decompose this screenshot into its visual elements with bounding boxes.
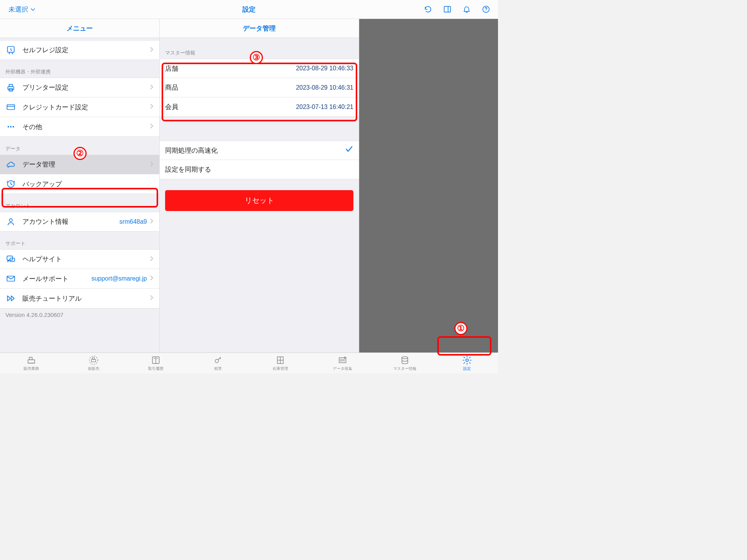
chevron-down-icon [31,7,35,12]
tab-取引履歴[interactable]: 取引履歴 [124,353,187,373]
detail-row-sync-settings[interactable]: 設定を同期する [160,160,359,179]
header-right-icons [424,5,490,14]
chevron-right-icon [150,256,154,263]
menu-row-バックアップ[interactable]: バックアップ [0,174,159,194]
menu-row-label: 販売チュートリアル [22,294,150,303]
svg-rect-18 [29,357,32,360]
menu-row-value: srm648a9 [119,218,147,225]
tab-label: 取引履歴 [148,366,164,371]
card-icon [5,102,16,112]
version-label: Version 4.26.0.230607 [0,308,159,321]
tab-販売業務[interactable]: 販売業務 [0,353,62,373]
menu-section-header: サポート [0,231,159,249]
menu-row-クレジットカード設定[interactable]: クレジットカード設定 [0,97,159,117]
menu-row-label: アカウント情報 [22,217,119,226]
tab-label: 在庫管理 [273,366,288,371]
bell-icon[interactable] [462,5,471,14]
header-title: 設定 [0,5,498,14]
header-left-label: 未選択 [9,5,28,14]
menu-section-header: アカウント [0,194,159,212]
menu-section-header: 外部機器・外部連携 [0,60,159,78]
register-icon [26,355,36,365]
menu-row-label: セルフレジ設定 [22,46,150,54]
svg-point-10 [10,126,12,128]
svg-point-33 [402,356,408,358]
chevron-right-icon [150,47,154,54]
master-row-商品[interactable]: 商品2023-08-29 10:46:31 [160,78,359,97]
detail-label: 商品 [165,83,296,92]
database-icon [400,355,410,365]
menu-row-ヘルプサイト[interactable]: ヘルプサイト [0,249,159,269]
svg-rect-4 [8,86,14,90]
tab-label: 設定 [463,366,471,371]
menu-title: メニュー [0,19,159,38]
tab-label: データ収集 [333,366,352,371]
tab-マスター情報[interactable]: マスター情報 [374,353,436,373]
app-header: 未選択 設定 [0,0,498,19]
tab-設定[interactable]: 設定 [436,353,498,373]
master-row-店舗[interactable]: 店舗2023-08-29 10:46:33 [160,59,359,78]
detail-row-sync-fast[interactable]: 同期処理の高速化 [160,141,359,160]
svg-rect-21 [91,359,96,362]
menu-row-label: プリンター設定 [22,83,150,92]
self-checkout-icon [5,45,16,56]
svg-point-11 [13,126,14,128]
chevron-right-icon [150,295,154,302]
printer-icon [5,82,16,93]
master-row-会員[interactable]: 会員2023-07-13 16:40:21 [160,97,359,117]
reset-button-label: リセット [245,196,274,206]
tab-label: 精算 [214,366,222,371]
key-icon [213,355,223,365]
detail-value: 2023-08-29 10:46:33 [296,65,353,72]
detail-label: 店舗 [165,64,296,73]
refresh-icon[interactable] [424,5,432,14]
barcode-icon [338,355,348,365]
svg-point-20 [89,356,98,364]
menu-row-label: メールサポート [22,274,92,283]
help-icon[interactable] [482,5,490,14]
tab-bar: 販売業務仮販売取引履歴精算在庫管理データ収集マスター情報設定 [0,352,498,373]
gear-icon [462,355,472,365]
menu-row-アカウント情報[interactable]: アカウント情報srm648a9 [0,212,159,231]
split-view-icon[interactable] [443,5,452,14]
chevron-right-icon [150,275,154,282]
chat-icon [5,254,16,265]
svg-rect-17 [28,359,34,363]
person-icon [5,216,16,227]
mail-icon [5,273,16,284]
detail-title: データ管理 [160,19,359,38]
menu-row-プリンター設定[interactable]: プリンター設定 [0,78,159,97]
tab-データ収集[interactable]: データ収集 [311,353,374,373]
tab-label: 仮販売 [88,366,99,371]
tab-精算[interactable]: 精算 [187,353,249,373]
svg-rect-5 [9,84,13,86]
menu-row-販売チュートリアル[interactable]: 販売チュートリアル [0,289,159,308]
svg-point-34 [466,359,468,361]
cloud-icon [5,159,16,170]
menu-row-label: ヘルプサイト [22,255,150,264]
menu-row-label: クレジットカード設定 [22,103,150,112]
chevron-right-icon [150,218,154,225]
svg-point-9 [8,126,9,128]
register-dashed-icon [89,355,99,365]
chevron-right-icon [150,104,154,111]
menu-row-メールサポート[interactable]: メールサポートsupport@smaregi.jp [0,269,159,289]
menu-row-label: データ管理 [22,160,150,169]
chevron-right-icon [150,161,154,168]
menu-column: メニュー セルフレジ設定外部機器・外部連携プリンター設定クレジットカード設定その… [0,19,160,352]
reset-button[interactable]: リセット [165,190,353,211]
menu-row-label: その他 [22,123,150,131]
tab-在庫管理[interactable]: 在庫管理 [249,353,311,373]
menu-row-その他[interactable]: その他 [0,117,159,137]
detail-section-header-master: マスター情報 [160,38,359,59]
tab-仮販売[interactable]: 仮販売 [62,353,124,373]
detail-label: 会員 [165,102,296,111]
svg-rect-22 [92,357,94,359]
menu-row-セルフレジ設定[interactable]: セルフレジ設定 [0,40,159,60]
header-left-button[interactable]: 未選択 [9,5,35,14]
right-empty-column [359,19,498,352]
menu-row-データ管理[interactable]: データ管理 [0,155,159,174]
svg-rect-7 [7,105,15,110]
menu-row-value: support@smaregi.jp [92,275,147,282]
svg-rect-16 [7,276,15,281]
